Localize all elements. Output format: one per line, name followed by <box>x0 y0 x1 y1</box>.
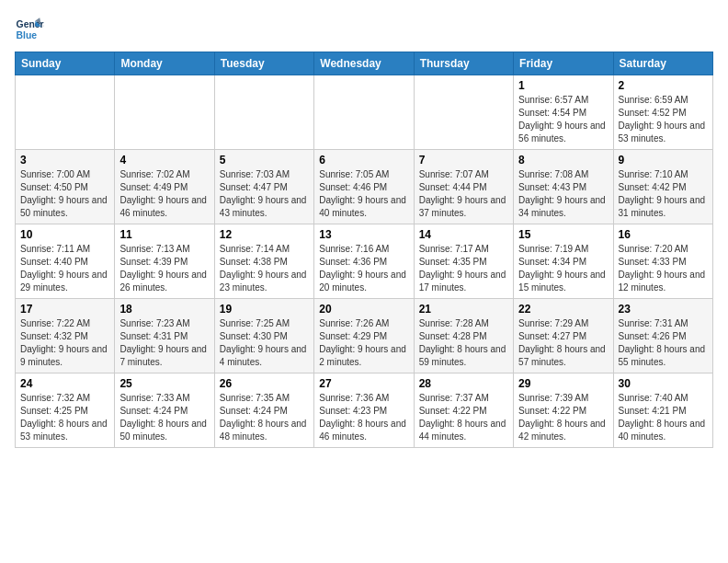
day-info: Sunrise: 7:29 AM Sunset: 4:27 PM Dayligh… <box>518 317 608 369</box>
day-number: 23 <box>619 303 708 316</box>
day-number: 22 <box>518 303 608 316</box>
week-row-0: 1Sunrise: 6:57 AM Sunset: 4:54 PM Daylig… <box>16 75 713 150</box>
calendar-cell: 14Sunrise: 7:17 AM Sunset: 4:35 PM Dayli… <box>414 224 513 299</box>
calendar-cell <box>115 75 214 150</box>
calendar-cell: 19Sunrise: 7:25 AM Sunset: 4:30 PM Dayli… <box>214 299 313 373</box>
day-number: 8 <box>518 154 608 167</box>
day-number: 16 <box>619 228 708 241</box>
day-info: Sunrise: 7:32 AM Sunset: 4:25 PM Dayligh… <box>20 392 109 443</box>
day-info: Sunrise: 7:16 AM Sunset: 4:36 PM Dayligh… <box>319 243 408 294</box>
day-info: Sunrise: 7:05 AM Sunset: 4:46 PM Dayligh… <box>319 168 408 220</box>
calendar-cell: 9Sunrise: 7:10 AM Sunset: 4:42 PM Daylig… <box>613 150 712 224</box>
calendar-cell: 10Sunrise: 7:11 AM Sunset: 4:40 PM Dayli… <box>16 224 115 299</box>
calendar-cell <box>16 75 115 150</box>
calendar-cell: 7Sunrise: 7:07 AM Sunset: 4:44 PM Daylig… <box>414 150 513 224</box>
week-row-3: 17Sunrise: 7:22 AM Sunset: 4:32 PM Dayli… <box>16 299 713 373</box>
weekday-wednesday: Wednesday <box>314 52 414 75</box>
calendar-cell: 2Sunrise: 6:59 AM Sunset: 4:52 PM Daylig… <box>613 75 712 150</box>
weekday-tuesday: Tuesday <box>214 52 313 75</box>
calendar-cell <box>214 75 313 150</box>
day-info: Sunrise: 6:57 AM Sunset: 4:54 PM Dayligh… <box>518 94 608 145</box>
day-info: Sunrise: 7:20 AM Sunset: 4:33 PM Dayligh… <box>619 243 708 294</box>
day-info: Sunrise: 7:13 AM Sunset: 4:39 PM Dayligh… <box>119 243 209 294</box>
calendar-cell: 21Sunrise: 7:28 AM Sunset: 4:28 PM Dayli… <box>414 299 513 373</box>
svg-text:Blue: Blue <box>17 30 38 40</box>
day-info: Sunrise: 7:11 AM Sunset: 4:40 PM Dayligh… <box>20 243 109 294</box>
day-info: Sunrise: 7:40 AM Sunset: 4:21 PM Dayligh… <box>619 392 708 443</box>
week-row-1: 3Sunrise: 7:00 AM Sunset: 4:50 PM Daylig… <box>16 150 713 224</box>
day-info: Sunrise: 7:39 AM Sunset: 4:22 PM Dayligh… <box>518 392 608 443</box>
calendar-cell: 3Sunrise: 7:00 AM Sunset: 4:50 PM Daylig… <box>16 150 115 224</box>
day-number: 13 <box>319 228 408 241</box>
calendar-cell: 22Sunrise: 7:29 AM Sunset: 4:27 PM Dayli… <box>514 299 613 373</box>
day-number: 18 <box>119 303 209 316</box>
calendar-cell: 26Sunrise: 7:35 AM Sunset: 4:24 PM Dayli… <box>214 373 313 448</box>
calendar-cell: 13Sunrise: 7:16 AM Sunset: 4:36 PM Dayli… <box>314 224 414 299</box>
week-row-4: 24Sunrise: 7:32 AM Sunset: 4:25 PM Dayli… <box>16 373 713 448</box>
day-number: 28 <box>419 377 508 390</box>
calendar-cell: 12Sunrise: 7:14 AM Sunset: 4:38 PM Dayli… <box>214 224 313 299</box>
calendar-cell: 30Sunrise: 7:40 AM Sunset: 4:21 PM Dayli… <box>613 373 712 448</box>
calendar-table: SundayMondayTuesdayWednesdayThursdayFrid… <box>15 52 713 448</box>
calendar-cell: 15Sunrise: 7:19 AM Sunset: 4:34 PM Dayli… <box>514 224 613 299</box>
day-info: Sunrise: 7:00 AM Sunset: 4:50 PM Dayligh… <box>20 168 109 220</box>
logo: General Blue <box>15 15 44 44</box>
weekday-header-row: SundayMondayTuesdayWednesdayThursdayFrid… <box>16 52 713 75</box>
calendar-cell: 25Sunrise: 7:33 AM Sunset: 4:24 PM Dayli… <box>115 373 214 448</box>
calendar-cell: 6Sunrise: 7:05 AM Sunset: 4:46 PM Daylig… <box>314 150 414 224</box>
day-number: 15 <box>518 228 608 241</box>
day-number: 3 <box>20 154 109 167</box>
day-number: 7 <box>419 154 508 167</box>
calendar-cell: 5Sunrise: 7:03 AM Sunset: 4:47 PM Daylig… <box>214 150 313 224</box>
day-info: Sunrise: 7:35 AM Sunset: 4:24 PM Dayligh… <box>220 392 309 443</box>
weekday-monday: Monday <box>115 52 214 75</box>
day-number: 27 <box>319 377 408 390</box>
day-number: 30 <box>619 377 708 390</box>
day-number: 6 <box>319 154 408 167</box>
calendar-cell <box>414 75 513 150</box>
day-number: 10 <box>20 228 109 241</box>
day-number: 12 <box>220 228 309 241</box>
day-number: 2 <box>619 79 708 92</box>
calendar-cell: 29Sunrise: 7:39 AM Sunset: 4:22 PM Dayli… <box>514 373 613 448</box>
day-number: 11 <box>119 228 209 241</box>
day-info: Sunrise: 7:10 AM Sunset: 4:42 PM Dayligh… <box>619 168 708 220</box>
calendar-cell: 28Sunrise: 7:37 AM Sunset: 4:22 PM Dayli… <box>414 373 513 448</box>
week-row-2: 10Sunrise: 7:11 AM Sunset: 4:40 PM Dayli… <box>16 224 713 299</box>
weekday-friday: Friday <box>514 52 613 75</box>
day-info: Sunrise: 7:36 AM Sunset: 4:23 PM Dayligh… <box>319 392 408 443</box>
day-info: Sunrise: 7:08 AM Sunset: 4:43 PM Dayligh… <box>518 168 608 220</box>
day-number: 24 <box>20 377 109 390</box>
calendar-cell: 20Sunrise: 7:26 AM Sunset: 4:29 PM Dayli… <box>314 299 414 373</box>
calendar-cell: 16Sunrise: 7:20 AM Sunset: 4:33 PM Dayli… <box>613 224 712 299</box>
day-number: 25 <box>119 377 209 390</box>
day-number: 4 <box>119 154 209 167</box>
weekday-saturday: Saturday <box>613 52 712 75</box>
calendar-cell: 27Sunrise: 7:36 AM Sunset: 4:23 PM Dayli… <box>314 373 414 448</box>
day-info: Sunrise: 7:19 AM Sunset: 4:34 PM Dayligh… <box>518 243 608 294</box>
day-info: Sunrise: 7:26 AM Sunset: 4:29 PM Dayligh… <box>319 317 408 369</box>
day-info: Sunrise: 6:59 AM Sunset: 4:52 PM Dayligh… <box>619 94 708 145</box>
logo-icon: General Blue <box>15 15 44 44</box>
calendar-cell <box>314 75 414 150</box>
day-number: 5 <box>220 154 309 167</box>
day-number: 29 <box>518 377 608 390</box>
day-info: Sunrise: 7:31 AM Sunset: 4:26 PM Dayligh… <box>619 317 708 369</box>
calendar-cell: 8Sunrise: 7:08 AM Sunset: 4:43 PM Daylig… <box>514 150 613 224</box>
day-number: 20 <box>319 303 408 316</box>
day-info: Sunrise: 7:17 AM Sunset: 4:35 PM Dayligh… <box>419 243 508 294</box>
day-number: 1 <box>518 79 608 92</box>
day-info: Sunrise: 7:22 AM Sunset: 4:32 PM Dayligh… <box>20 317 109 369</box>
calendar-cell: 4Sunrise: 7:02 AM Sunset: 4:49 PM Daylig… <box>115 150 214 224</box>
calendar-cell: 11Sunrise: 7:13 AM Sunset: 4:39 PM Dayli… <box>115 224 214 299</box>
calendar-cell: 18Sunrise: 7:23 AM Sunset: 4:31 PM Dayli… <box>115 299 214 373</box>
page-header: General Blue <box>15 15 713 44</box>
day-info: Sunrise: 7:33 AM Sunset: 4:24 PM Dayligh… <box>119 392 209 443</box>
day-number: 21 <box>419 303 508 316</box>
calendar-cell: 24Sunrise: 7:32 AM Sunset: 4:25 PM Dayli… <box>16 373 115 448</box>
day-info: Sunrise: 7:14 AM Sunset: 4:38 PM Dayligh… <box>220 243 309 294</box>
day-info: Sunrise: 7:25 AM Sunset: 4:30 PM Dayligh… <box>220 317 309 369</box>
calendar-cell: 17Sunrise: 7:22 AM Sunset: 4:32 PM Dayli… <box>16 299 115 373</box>
day-info: Sunrise: 7:03 AM Sunset: 4:47 PM Dayligh… <box>220 168 309 220</box>
day-number: 14 <box>419 228 508 241</box>
